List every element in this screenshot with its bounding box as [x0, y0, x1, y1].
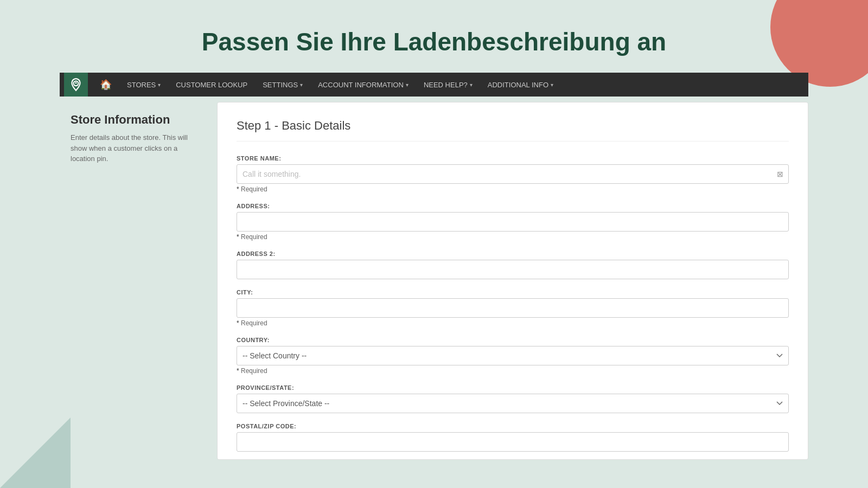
- postal-group: POSTAL/ZIP CODE:: [237, 423, 789, 452]
- country-select[interactable]: -- Select Country --: [237, 346, 789, 365]
- province-label: PROVINCE/STATE:: [237, 384, 789, 391]
- chevron-down-icon: ▾: [300, 82, 303, 88]
- store-name-group: STORE NAME: ⊠ Required: [237, 155, 789, 193]
- store-name-wrapper: ⊠: [237, 164, 789, 184]
- country-required: Required: [237, 367, 789, 375]
- postal-input[interactable]: [237, 432, 789, 452]
- form-panel: Step 1 - Basic Details STORE NAME: ⊠ Req…: [217, 102, 808, 460]
- nav-additional-info[interactable]: ADDITIONAL INFO ▾: [480, 73, 561, 97]
- nav-stores[interactable]: STORES ▾: [119, 73, 168, 97]
- chevron-down-icon: ▾: [158, 82, 161, 88]
- store-name-label: STORE NAME:: [237, 155, 789, 162]
- city-required: Required: [237, 319, 789, 327]
- nav-items: 🏠 STORES ▾ CUSTOMER LOOKUP SETTINGS ▾ AC…: [92, 73, 808, 97]
- nav-customer-lookup[interactable]: CUSTOMER LOOKUP: [168, 73, 255, 97]
- store-name-input[interactable]: [237, 164, 789, 184]
- country-label: COUNTRY:: [237, 337, 789, 343]
- logo-icon: [69, 78, 83, 92]
- chevron-down-icon: ▾: [406, 82, 409, 88]
- content-area: Store Information Enter details about th…: [60, 97, 808, 460]
- store-name-required: Required: [237, 185, 789, 193]
- country-group: COUNTRY: -- Select Country -- Required: [237, 337, 789, 375]
- city-label: CITY:: [237, 289, 789, 296]
- province-group: PROVINCE/STATE: -- Select Province/State…: [237, 384, 789, 413]
- address2-input[interactable]: [237, 260, 789, 279]
- form-step-title: Step 1 - Basic Details: [237, 119, 789, 142]
- sidebar-title: Store Information: [71, 113, 201, 127]
- city-group: CITY: Required: [237, 289, 789, 327]
- nav-settings[interactable]: SETTINGS ▾: [255, 73, 310, 97]
- address-required: Required: [237, 233, 789, 241]
- store-name-clear-icon[interactable]: ⊠: [777, 170, 783, 178]
- city-input[interactable]: [237, 298, 789, 318]
- address-group: ADDRESS: Required: [237, 203, 789, 241]
- chevron-down-icon: ▾: [551, 82, 553, 88]
- navbar-logo[interactable]: [64, 73, 88, 97]
- nav-need-help[interactable]: NEED HELP? ▾: [416, 73, 480, 97]
- address2-group: ADDRESS 2:: [237, 251, 789, 279]
- sidebar-description: Enter details about the store. This will…: [71, 132, 201, 164]
- address-input[interactable]: [237, 212, 789, 232]
- address2-label: ADDRESS 2:: [237, 251, 789, 257]
- nav-home[interactable]: 🏠: [92, 73, 119, 97]
- navbar: 🏠 STORES ▾ CUSTOMER LOOKUP SETTINGS ▾ AC…: [60, 73, 808, 97]
- address-label: ADDRESS:: [237, 203, 789, 209]
- province-select[interactable]: -- Select Province/State --: [237, 394, 789, 413]
- chevron-down-icon: ▾: [470, 82, 473, 88]
- sidebar-info: Store Information Enter details about th…: [60, 102, 212, 460]
- page-title: Passen Sie Ihre Ladenbeschreibung an: [0, 0, 868, 73]
- nav-account-information[interactable]: ACCOUNT INFORMATION ▾: [310, 73, 416, 97]
- postal-label: POSTAL/ZIP CODE:: [237, 423, 789, 429]
- svg-point-1: [75, 82, 76, 84]
